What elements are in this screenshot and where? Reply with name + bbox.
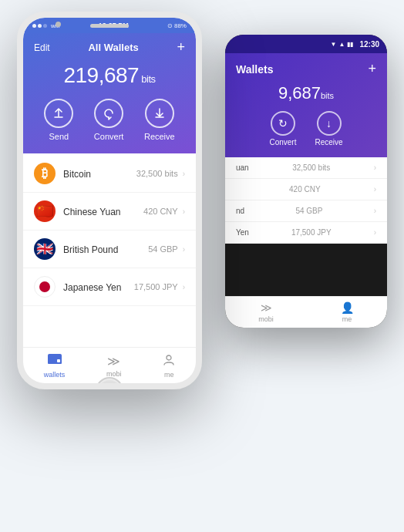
- iphone-nav-me[interactable]: me: [163, 354, 175, 379]
- gbp-flag: 🇬🇧: [34, 238, 56, 260]
- android-amount-3: 54 GBP: [295, 207, 322, 215]
- android-wallet-1: uan: [236, 163, 249, 172]
- iphone-receive-label: Receive: [144, 132, 175, 141]
- android-balance: 9,687bits: [236, 83, 376, 103]
- iphone-receive-button[interactable]: Receive: [144, 99, 175, 141]
- gbp-chevron: ›: [183, 245, 185, 254]
- android-signal-icon: ▼: [331, 41, 337, 48]
- android-time: 12:30: [359, 40, 379, 49]
- battery-icon: ⊙: [167, 22, 173, 29]
- android-wallet-4: Yen: [236, 228, 249, 237]
- send-icon: [44, 99, 73, 128]
- iphone-camera: [56, 22, 61, 27]
- list-item[interactable]: 🇨🇳 Chinese Yuan 420 CNY ›: [23, 193, 196, 231]
- android-chevron-2: ›: [374, 185, 376, 194]
- jpy-name: Japanese Yen: [63, 282, 121, 293]
- jpy-amount: 17,500 JPY: [134, 282, 178, 291]
- iphone-header: Edit All Wallets + 219,687 bits: [23, 33, 196, 153]
- android-amount-4: 17,500 JPY: [291, 228, 332, 237]
- android-receive-icon: ↓: [317, 111, 342, 136]
- android-me-label: me: [342, 315, 352, 323]
- android-receive-label: Receive: [315, 138, 342, 146]
- android-balance-unit: bits: [321, 91, 334, 100]
- me-icon: [163, 354, 175, 369]
- iphone-convert-button[interactable]: Convert: [94, 99, 124, 141]
- iphone-inner: wifi 13:37 PM ⊙ 88% Edit All Wallets + 2…: [23, 18, 196, 383]
- list-item[interactable]: nd 54 GBP ›: [225, 200, 387, 222]
- android-wallet-list: uan 32,500 bits › 420 CNY › nd 54 GBP › …: [225, 157, 387, 244]
- cny-amount: 420 CNY: [143, 207, 178, 216]
- list-item[interactable]: uan 32,500 bits ›: [225, 157, 387, 179]
- iphone-header-title: All Wallets: [88, 42, 138, 53]
- android-chevron-4: ›: [374, 228, 376, 237]
- jpy-flag: [34, 276, 56, 298]
- list-item[interactable]: Yen 17,500 JPY ›: [225, 222, 387, 244]
- android-nav-me[interactable]: 👤 me: [341, 301, 354, 323]
- bitcoin-amount: 32,500 bits: [136, 169, 178, 178]
- list-item[interactable]: 420 CNY ›: [225, 179, 387, 200]
- iphone-battery-pct: 88%: [174, 22, 187, 29]
- wallets-icon: [48, 354, 62, 369]
- android-nav-mobi[interactable]: ≫ mobi: [258, 301, 274, 323]
- android-convert-button[interactable]: ↻ Convert: [269, 111, 296, 146]
- android-convert-label: Convert: [269, 138, 296, 146]
- iphone-me-label: me: [164, 371, 174, 379]
- iphone-convert-label: Convert: [94, 132, 124, 141]
- signal-dot-3: [43, 24, 47, 28]
- iphone-phone: wifi 13:37 PM ⊙ 88% Edit All Wallets + 2…: [17, 12, 202, 389]
- mobi-icon: ≫: [107, 354, 120, 369]
- android-chevron-3: ›: [374, 207, 376, 215]
- android-amount-1: 32,500 bits: [292, 163, 330, 172]
- android-status-bar: ▼ ▲ ▮▮ 12:30: [225, 35, 387, 53]
- iphone-header-nav: Edit All Wallets +: [34, 39, 185, 56]
- bitcoin-chevron: ›: [183, 170, 185, 178]
- iphone-actions: Send Convert: [34, 99, 185, 141]
- iphone-battery: ⊙ 88%: [167, 22, 187, 29]
- iphone-balance: 219,687 bits: [34, 63, 185, 88]
- convert-icon: [94, 99, 123, 128]
- android-add-button[interactable]: +: [368, 61, 376, 77]
- list-item[interactable]: 🇬🇧 British Pound 54 GBP ›: [23, 231, 196, 268]
- svg-rect-2: [57, 359, 60, 362]
- android-mobi-icon: ≫: [261, 301, 272, 314]
- iphone-edit-button[interactable]: Edit: [34, 42, 50, 53]
- iphone-nav-wallets[interactable]: wallets: [44, 354, 66, 379]
- iphone-speaker: [90, 24, 129, 28]
- android-mobi-label: mobi: [258, 315, 274, 323]
- android-wifi-icon: ▲: [339, 41, 345, 48]
- android-battery-icon: ▮▮: [347, 41, 353, 48]
- iphone-balance-unit: bits: [139, 73, 155, 85]
- android-phone: ▼ ▲ ▮▮ 12:30 Wallets + 9,687bits ↻ Conve…: [225, 35, 387, 328]
- android-receive-button[interactable]: ↓ Receive: [315, 111, 342, 146]
- android-status-icons: ▼ ▲ ▮▮: [331, 41, 354, 48]
- iphone-add-button[interactable]: +: [177, 39, 185, 56]
- gbp-amount: 54 GBP: [148, 244, 178, 254]
- cny-name: Chinese Yuan: [63, 207, 121, 217]
- android-wallet-3: nd: [236, 207, 244, 215]
- iphone-wallets-label: wallets: [44, 371, 66, 379]
- svg-point-3: [167, 355, 171, 360]
- android-title: Wallets: [236, 63, 274, 76]
- list-item[interactable]: ₿ Bitcoin 32,500 bits ›: [23, 155, 196, 193]
- android-bottom-nav: ≫ mobi 👤 me: [225, 296, 387, 328]
- gbp-name: British Pound: [63, 244, 118, 255]
- android-header-row: Wallets +: [236, 61, 376, 77]
- iphone-send-label: Send: [49, 132, 69, 141]
- receive-icon: [145, 99, 174, 128]
- iphone-nav-mobi[interactable]: ≫ mobi: [106, 354, 122, 379]
- iphone-wallet-list: ₿ Bitcoin 32,500 bits › 🇨🇳 Chinese Yuan: [23, 153, 196, 306]
- cny-chevron: ›: [183, 207, 185, 216]
- signal-dot-1: [32, 24, 36, 28]
- android-me-icon: 👤: [341, 301, 354, 314]
- iphone-send-button[interactable]: Send: [44, 99, 73, 141]
- jpy-chevron: ›: [183, 283, 185, 291]
- android-actions: ↻ Convert ↓ Receive: [236, 111, 376, 146]
- android-convert-icon: ↻: [271, 111, 295, 136]
- cny-flag: 🇨🇳: [34, 200, 56, 222]
- android-header: Wallets + 9,687bits ↻ Convert ↓ Receive: [225, 53, 387, 157]
- android-amount-2: 420 CNY: [289, 185, 321, 194]
- list-item[interactable]: Japanese Yen 17,500 JPY ›: [23, 268, 196, 306]
- android-chevron-1: ›: [374, 163, 376, 172]
- signal-dot-2: [38, 24, 42, 28]
- bitcoin-flag: ₿: [34, 163, 56, 184]
